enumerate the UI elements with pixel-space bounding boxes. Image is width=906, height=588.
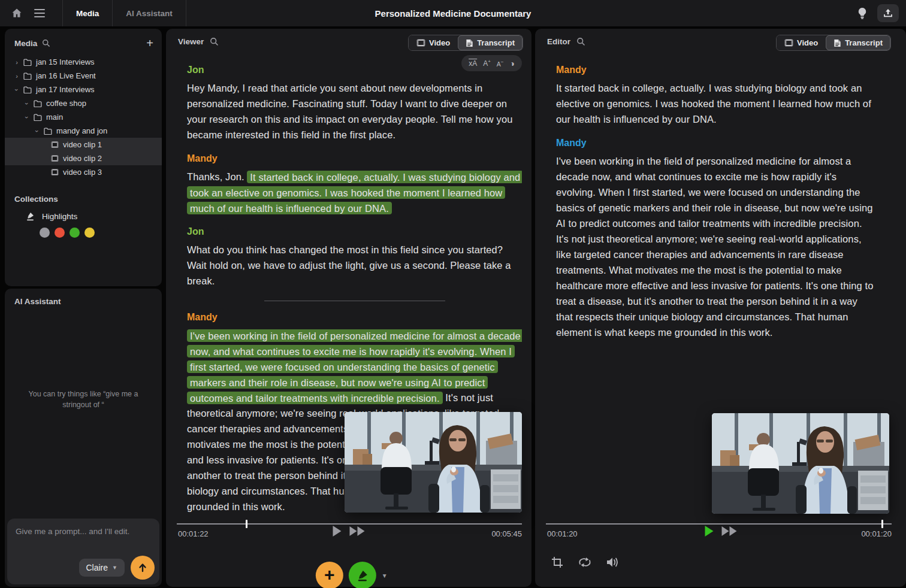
- arrow-up-icon: [137, 562, 148, 573]
- upload-icon: [883, 8, 893, 18]
- media-tree: ›jan 15 Interviews›jan 16 Live Event›jan…: [5, 55, 162, 179]
- tree-folder-jan-16-live-event[interactable]: ›jan 16 Live Event: [5, 69, 162, 83]
- tab-media[interactable]: Media: [63, 0, 112, 26]
- document-icon: [466, 39, 473, 47]
- editor-video-toggle[interactable]: Video: [777, 35, 826, 50]
- chevron-right-icon: ›: [13, 72, 20, 80]
- viewer-title: Viewer: [178, 37, 204, 46]
- viewer-video-toggle[interactable]: Video: [409, 35, 458, 50]
- tree-clip-video-clip-2[interactable]: video clip 2: [5, 151, 162, 165]
- tree-folder-jan-17-interviews[interactable]: ›jan 17 Interviews: [5, 83, 162, 96]
- plain-text[interactable]: I've been working in the field of person…: [556, 156, 873, 338]
- chevron-down-icon: ›: [23, 114, 31, 121]
- search-icon[interactable]: [42, 39, 50, 47]
- speaker-label[interactable]: Mandy: [556, 138, 875, 148]
- ai-assistant-panel: AI Assistant You can try things like “gi…: [5, 289, 162, 587]
- media-panel-title: Media: [14, 39, 37, 48]
- viewer-playhead[interactable]: [246, 520, 247, 528]
- app-window: Media AI Assistant Personalized Medicine…: [0, 0, 906, 588]
- plain-text[interactable]: Hey Mandy, I read that article you sent …: [187, 83, 512, 140]
- tree-clip-video-clip-3[interactable]: video clip 3: [5, 165, 162, 179]
- editor-fast-forward-button[interactable]: [721, 526, 736, 536]
- folder-icon: [44, 128, 52, 135]
- plain-text[interactable]: Thanks, Jon.: [187, 171, 247, 182]
- chevron-down-icon: ›: [34, 128, 41, 135]
- ai-assistant-hint: You can try things like “give me a strin…: [19, 389, 148, 410]
- collection-color-dot-0[interactable]: [40, 228, 50, 238]
- collection-color-dot-2[interactable]: [70, 228, 80, 238]
- editor-total-time: 00:01:20: [861, 529, 892, 538]
- search-icon[interactable]: [576, 37, 585, 46]
- plain-text[interactable]: It started back in college, actually. I …: [556, 83, 871, 125]
- tree-clip-video-clip-1[interactable]: video clip 1: [5, 138, 162, 151]
- scene-divider: [264, 301, 445, 301]
- voice-select-button[interactable]: Claire ▼: [79, 559, 125, 577]
- highlight-color-caret[interactable]: ▼: [382, 572, 388, 579]
- highlighter-icon: [25, 211, 35, 221]
- speaker-label[interactable]: Mandy: [187, 153, 522, 164]
- transcript-paragraph[interactable]: It started back in college, actually. I …: [556, 80, 875, 127]
- tree-folder-main[interactable]: ›main: [5, 110, 162, 124]
- editor-current-time: 00:01:20: [547, 529, 578, 538]
- tab-ai-assistant[interactable]: AI Assistant: [113, 0, 186, 26]
- export-button[interactable]: [877, 4, 899, 22]
- folder-icon: [34, 100, 42, 107]
- transcript-paragraph[interactable]: What do you think has changed the most i…: [187, 242, 522, 289]
- crop-icon: [551, 556, 563, 568]
- project-title: Personalized Medicine Documentary: [375, 0, 531, 26]
- chevron-down-icon: ›: [13, 86, 20, 93]
- collection-color-dot-3[interactable]: [84, 228, 95, 238]
- film-clip-icon: [51, 141, 59, 148]
- editor-playhead[interactable]: [881, 520, 883, 528]
- viewer-transcript-toggle[interactable]: Transcript: [458, 35, 523, 50]
- add-media-button[interactable]: +: [146, 37, 153, 49]
- tree-item-label: jan 15 Interviews: [36, 57, 95, 66]
- speaker-label[interactable]: Mandy: [556, 65, 875, 75]
- send-prompt-button[interactable]: [131, 556, 155, 580]
- tree-item-label: mandy and jon: [56, 126, 107, 135]
- editor-transcript-toggle[interactable]: Transcript: [826, 35, 890, 50]
- replace-clip-button[interactable]: [577, 554, 593, 570]
- editor-video-preview[interactable]: [712, 413, 889, 514]
- folder-icon: [23, 72, 32, 80]
- collection-color-dot-1[interactable]: [55, 228, 65, 238]
- tips-button[interactable]: [853, 4, 871, 22]
- collection-color-dots: [5, 223, 162, 238]
- ai-prompt-placeholder: Give me a prompt... and I'll edit.: [7, 519, 159, 544]
- transcript-paragraph[interactable]: Hey Mandy, I read that article you sent …: [187, 80, 522, 143]
- editor-play-button[interactable]: [705, 526, 713, 537]
- transcript-paragraph[interactable]: I've been working in the field of person…: [556, 153, 875, 340]
- crop-button[interactable]: [549, 554, 565, 570]
- speaker-label[interactable]: Jon: [187, 226, 522, 237]
- media-panel: Media + ›jan 15 Interviews›jan 16 Live E…: [5, 29, 162, 286]
- ai-prompt-input[interactable]: Give me a prompt... and I'll edit. Clair…: [7, 519, 159, 584]
- collections-title: Collections: [5, 179, 162, 210]
- viewer-play-button[interactable]: [333, 526, 342, 537]
- viewer-current-time: 00:01:22: [178, 529, 209, 538]
- volume-button[interactable]: [605, 554, 620, 570]
- menu-button[interactable]: [28, 0, 52, 26]
- collection-item-highlights[interactable]: Highlights: [5, 210, 162, 223]
- speaker-icon: [606, 556, 619, 568]
- highlight-button[interactable]: [349, 562, 376, 588]
- lightbulb-icon: [857, 7, 868, 19]
- viewer-video-preview[interactable]: [345, 412, 522, 513]
- editor-title: Editor: [547, 37, 570, 46]
- tree-item-label: jan 17 Interviews: [36, 85, 95, 94]
- add-to-timeline-button[interactable]: +: [316, 562, 343, 588]
- tree-folder-jan-15-interviews[interactable]: ›jan 15 Interviews: [5, 55, 162, 69]
- transcript-paragraph[interactable]: Thanks, Jon. It started back in college,…: [187, 169, 522, 216]
- plain-text[interactable]: What do you think has changed the most i…: [187, 244, 511, 286]
- tree-item-label: video clip 2: [63, 154, 102, 163]
- speaker-label[interactable]: Mandy: [187, 312, 522, 323]
- viewer-fast-forward-button[interactable]: [350, 526, 365, 536]
- editor-video-label: Video: [797, 38, 818, 47]
- tree-folder-coffee-shop[interactable]: ›coffee shop: [5, 96, 162, 110]
- voice-select-label: Claire: [86, 563, 108, 572]
- speaker-label[interactable]: Jon: [187, 65, 522, 75]
- tree-folder-mandy-and-jon[interactable]: ›mandy and jon: [5, 124, 162, 138]
- highlighter-icon: [356, 569, 369, 582]
- search-icon[interactable]: [210, 37, 219, 46]
- home-icon: [11, 7, 23, 19]
- home-button[interactable]: [6, 0, 28, 26]
